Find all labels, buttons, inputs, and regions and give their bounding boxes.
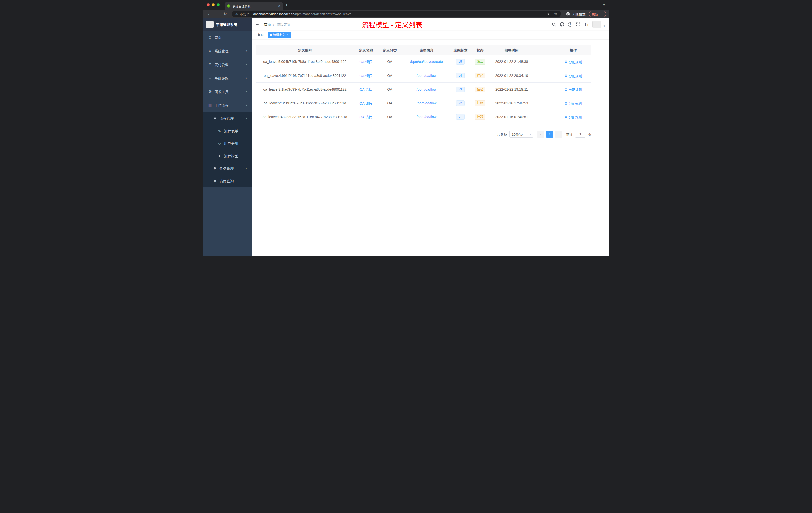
definition-name-cell: OA 请假 [354, 55, 378, 68]
sidebar-item-label: 基础设施 [215, 76, 229, 81]
sidebar-item-payment[interactable]: ¥支付管理∨ [203, 58, 252, 71]
window-controls [203, 3, 222, 6]
sidebar-menu: ⊙首页⚙系统管理∨¥支付管理∨⊞基础设施∨⚒研发工具∨▦工作流程∧≣流程管理∧✎… [203, 31, 252, 187]
form-info-cell: /bpm/oa/flow [402, 96, 451, 110]
column-header: 流程版本 [451, 46, 470, 55]
not-secure-label: 不安全 [239, 11, 249, 16]
minimize-window-button[interactable] [212, 3, 215, 6]
sidebar-item-label: 研发工具 [215, 89, 229, 94]
version-cell: v4 [451, 69, 470, 82]
sidebar-item-home[interactable]: ⊙首页 [203, 31, 252, 44]
update-label: 更新 [591, 11, 598, 16]
form-link[interactable]: /bpm/oa/flow [416, 115, 436, 119]
chevron-down-icon: ∨ [245, 167, 247, 170]
url-path: /bpm/manager/definition?key=oa_leave [294, 12, 351, 16]
sidebar-item-process-model[interactable]: ➤流程模型 [203, 150, 252, 162]
browser-menu-icon[interactable]: ⋮ [600, 12, 603, 16]
prev-page-button[interactable]: ‹ [537, 130, 544, 138]
assign-rule-link[interactable]: 分配规则 [564, 87, 582, 92]
help-icon[interactable]: ? [568, 22, 573, 27]
browser-tab[interactable]: 芋道管理系统 × [225, 2, 283, 9]
hamburger-icon[interactable] [256, 22, 260, 26]
infra-icon: ⊞ [208, 76, 212, 80]
definition-name-link[interactable]: OA 请假 [359, 59, 372, 64]
tab-close-icon[interactable]: × [278, 4, 280, 8]
bookmark-star-icon[interactable]: ☆ [554, 11, 557, 16]
status-cell: 激活 [470, 55, 490, 68]
column-header: 状态 [470, 46, 490, 55]
status-cell: 挂起 [470, 110, 490, 124]
definition-id: oa_leave:3:1fad3d93-7b75-11ec-a3c8-acde4… [256, 83, 354, 96]
page-unit-label: 页 [588, 132, 591, 137]
assign-rule-link[interactable]: 分配规则 [564, 73, 582, 78]
tab-strip: 芋道管理系统 × + ∨ [203, 0, 609, 9]
sidebar-item-process-management[interactable]: ≣流程管理∧ [203, 112, 252, 124]
assign-rule-link[interactable]: 分配规则 [564, 101, 582, 105]
font-size-icon[interactable]: TT [584, 22, 588, 27]
incognito-label: 无痕模式 [572, 11, 585, 16]
breadcrumb-home[interactable]: 首页 [264, 22, 271, 27]
sidebar-item-process-form[interactable]: ✎流程表单 [203, 124, 252, 137]
tag-close-icon[interactable]: × [287, 33, 289, 36]
close-window-button[interactable] [207, 3, 210, 6]
status-badge: 激活 [474, 59, 485, 65]
definition-name-link[interactable]: OA 请假 [359, 115, 372, 119]
sidebar-item-task-management[interactable]: ⚑任务管理∨ [203, 162, 252, 175]
annotation-text: 流程模型 - 定义列表 [362, 20, 422, 29]
definition-name-link[interactable]: OA 请假 [359, 87, 372, 92]
tag-label: 首页 [258, 33, 264, 37]
sidebar-item-user-group[interactable]: ☺用户分组 [203, 137, 252, 150]
definition-name-link[interactable]: OA 请假 [359, 73, 372, 78]
page-1-button[interactable]: 1 [546, 130, 553, 138]
assign-rule-link[interactable]: 分配规则 [564, 115, 582, 119]
definition-category: OA [378, 83, 402, 96]
zoom-window-button[interactable] [217, 3, 220, 6]
action-cell: 分配规则 [555, 83, 591, 96]
next-page-button[interactable]: › [555, 130, 562, 138]
tab-search-chevron-icon[interactable]: ∨ [603, 3, 605, 6]
sidebar-item-workflow[interactable]: ▦工作流程∧ [203, 98, 252, 112]
sidebar-item-devtools[interactable]: ⚒研发工具∨ [203, 85, 252, 98]
sidebar-item-label: 系统管理 [215, 49, 229, 54]
definition-category: OA [378, 69, 402, 82]
password-key-icon[interactable] [547, 12, 551, 16]
form-link[interactable]: /bpm/oa/flow [416, 73, 436, 78]
definition-table: 定义编号定义名称定义分类表单信息流程版本状态部署时间操作 oa_leave:5:… [256, 45, 591, 124]
reload-button[interactable]: ↻ [222, 11, 229, 16]
row-filler [533, 110, 555, 124]
sidebar-item-system[interactable]: ⚙系统管理∨ [203, 44, 252, 58]
assign-rule-link[interactable]: 分配规则 [564, 59, 582, 64]
github-icon[interactable] [560, 22, 564, 27]
avatar-caret-down-icon[interactable]: ▾ [604, 24, 605, 28]
definition-name-link[interactable]: OA 请假 [359, 101, 372, 105]
forward-button[interactable]: → [214, 12, 221, 16]
form-link[interactable]: /bpm/oa/flow [416, 101, 436, 105]
sidebar-item-label: 流程表单 [224, 128, 238, 133]
fullscreen-icon[interactable] [576, 22, 580, 26]
sidebar-item-leave-query[interactable]: ☻请假查询 [203, 175, 252, 187]
update-button[interactable]: 更新 ⋮ [589, 10, 606, 17]
page-size-select[interactable]: 10条/页 ▾ [510, 130, 533, 138]
user-avatar[interactable] [592, 21, 601, 28]
back-button[interactable]: ← [206, 12, 213, 16]
form-link[interactable]: /bpm/oa/leave/create [410, 60, 443, 64]
form-link[interactable]: /bpm/oa/flow [416, 87, 436, 91]
sidebar-item-label: 首页 [215, 35, 222, 40]
form-info-cell: /bpm/oa/flow [402, 83, 451, 96]
column-header: 部署时间 [490, 46, 533, 55]
new-tab-button[interactable]: + [286, 2, 288, 7]
tag-process-definition[interactable]: 流程定义× [268, 32, 291, 38]
sidebar-item-infrastructure[interactable]: ⊞基础设施∨ [203, 71, 252, 85]
app-title: 芋道管理系统 [216, 22, 237, 27]
search-icon[interactable] [552, 22, 556, 27]
table-row: oa_leave:4:991f2193-7b7f-11ec-a3c8-acde4… [256, 69, 591, 83]
send-icon: ➤ [218, 154, 222, 158]
form-info-cell: /bpm/oa/flow [402, 69, 451, 82]
goto-page-input[interactable] [575, 130, 585, 138]
address-bar[interactable]: ⚠ 不安全 dashboard.yudao.iocoder.cn/bpm/man… [232, 10, 561, 17]
breadcrumb: 首页 / 流程定义 [264, 22, 291, 27]
sidebar-item-label: 支付管理 [215, 62, 229, 67]
tag-label: 流程定义 [273, 33, 285, 37]
row-filler [533, 55, 555, 68]
tag-home[interactable]: 首页 [256, 32, 266, 38]
